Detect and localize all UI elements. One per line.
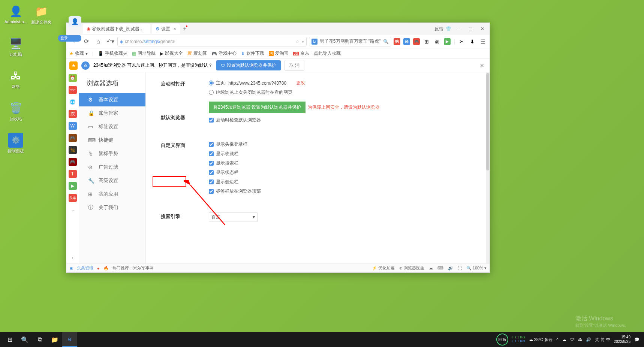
- browser-taskbar-button[interactable]: e: [62, 332, 77, 347]
- zoom-level[interactable]: 🔍 100% ▾: [466, 266, 487, 271]
- tray-shield-icon[interactable]: 🛡: [570, 337, 574, 342]
- bookmark-item[interactable]: 📱手机收藏夹: [98, 50, 127, 57]
- history-button[interactable]: ↶▾: [105, 37, 115, 46]
- bookmark-item[interactable]: 🎮游戏中心: [211, 50, 237, 57]
- explorer-button[interactable]: 📁: [47, 332, 62, 347]
- tab-close-icon[interactable]: ×: [173, 26, 176, 32]
- refresh-button[interactable]: ⟳: [81, 37, 91, 46]
- tray-onedrive-icon[interactable]: ☁: [562, 337, 566, 342]
- star-icon[interactable]: ☆: [295, 39, 300, 44]
- nav-account[interactable]: 🔒账号管家: [79, 106, 145, 120]
- star-icon[interactable]: ★: [69, 61, 78, 70]
- nav-ad-filter[interactable]: ⊘广告过滤: [79, 160, 145, 174]
- minimize-button[interactable]: —: [454, 24, 463, 34]
- rail-iqiyi-icon[interactable]: ▶: [69, 182, 77, 190]
- rail-collapse-icon[interactable]: ‹: [69, 254, 77, 262]
- nav-tabs[interactable]: ▭标签设置: [79, 120, 145, 133]
- bookmark-item[interactable]: 淘爱淘宝: [269, 50, 289, 57]
- menu-icon[interactable]: ☰: [479, 38, 487, 45]
- nav-about[interactable]: ⓘ关于我们: [79, 201, 145, 214]
- rail-word-icon[interactable]: W: [69, 122, 77, 130]
- nav-advanced[interactable]: 🔧高级设置: [79, 174, 145, 187]
- set-default-button[interactable]: 🛡设置为默认浏览器并保护: [216, 60, 281, 70]
- status-hot[interactable]: 热门推荐：米尔军事网: [112, 265, 154, 271]
- check-bookmarks-bar[interactable]: 显示收藏栏: [209, 151, 475, 157]
- set-default-browser-button[interactable]: 将2345加速浏览器 设置为默认浏览器并保护: [209, 102, 306, 113]
- rail-dragon-icon[interactable]: 龍: [69, 146, 77, 154]
- bookmark-item[interactable]: 聚聚划算: [187, 50, 207, 57]
- shop-icon[interactable]: 购: [394, 38, 400, 45]
- network-meter[interactable]: ↑ 2.1 K/s ↓ 1.1 K/s: [512, 336, 525, 343]
- cloud-icon[interactable]: ☁: [429, 266, 433, 271]
- optimize-button[interactable]: ⚡ 优化加速: [372, 265, 395, 271]
- feedback-link[interactable]: 反馈: [434, 26, 443, 32]
- search-button[interactable]: 🔍: [17, 332, 32, 347]
- rail-clock-icon[interactable]: ⏰: [69, 74, 77, 82]
- translate-icon[interactable]: 译: [403, 38, 410, 45]
- keyboard-icon[interactable]: ⌨: [437, 266, 443, 271]
- download-icon[interactable]: ⬇: [469, 38, 476, 45]
- bookmark-item[interactable]: ▦网址导航: [132, 50, 156, 57]
- search-engine-select[interactable]: 百度 ▾: [209, 212, 258, 221]
- tray-sound-icon[interactable]: 🔊: [586, 337, 591, 342]
- check-sidebar[interactable]: 显示侧边栏: [209, 179, 475, 185]
- search-input[interactable]: B 男子花5万网购百万豪车 "路虎" 🔍: [309, 37, 391, 46]
- login-button[interactable]: 登录: [58, 35, 81, 42]
- search-icon[interactable]: 🔍: [383, 39, 389, 44]
- nav-shortcuts[interactable]: ⌨快捷键: [79, 133, 145, 147]
- maximize-button[interactable]: ☐: [466, 24, 475, 34]
- startup-homepage-radio[interactable]: 主页: http://www.2345.com/?40780 更改: [209, 80, 475, 86]
- new-tab-button[interactable]: +: [183, 25, 186, 32]
- rail-pdf-icon[interactable]: PDF: [69, 86, 77, 94]
- nav-mouse-gestures[interactable]: 🖱鼠标手势: [79, 147, 145, 160]
- doctor-button[interactable]: ⊕ 浏览器医生: [399, 265, 424, 271]
- tab-chrome-download[interactable]: ◉ 谷歌浏览器下载_浏览器官网入: [83, 24, 150, 34]
- tray-chevron-icon[interactable]: ^: [556, 337, 558, 342]
- check-search-bar[interactable]: 显示搜索栏: [209, 160, 475, 166]
- rail-chrome-icon[interactable]: 🌐: [69, 98, 77, 106]
- weather-widget[interactable]: ☁ 28°C 多云: [529, 337, 553, 343]
- ime-indicator[interactable]: 英 简 中: [595, 337, 610, 343]
- close-button[interactable]: ✕: [478, 24, 487, 34]
- rail-chevron-down-icon[interactable]: ⌄: [69, 206, 77, 214]
- game-icon[interactable]: 🎮: [413, 38, 420, 45]
- cancel-button[interactable]: 取 消: [285, 60, 304, 71]
- chevron-down-icon[interactable]: ▾: [302, 39, 304, 44]
- bookmark-item[interactable]: JD京东: [293, 50, 309, 57]
- desktop-icon-recycle[interactable]: 🗑️回收站: [4, 100, 27, 122]
- status-news[interactable]: 头条资讯: [77, 265, 93, 271]
- check-default-on-startup[interactable]: 启动时检查默认浏览器: [209, 117, 475, 123]
- bookmark-item[interactable]: ▶影视大全: [160, 50, 183, 57]
- nav-basic-settings[interactable]: ⚙基本设置: [79, 93, 145, 106]
- desktop-icon-admin[interactable]: 👤Administra...: [4, 4, 27, 24]
- tab-settings[interactable]: ⚙ 设置 ×: [152, 24, 180, 34]
- news-icon[interactable]: ▣: [69, 266, 73, 271]
- battery-indicator[interactable]: 92%: [496, 334, 508, 346]
- clock[interactable]: 15:49 2022/8/25: [614, 335, 631, 344]
- bookmark-import[interactable]: 点此导入收藏: [314, 50, 341, 57]
- check-avatar-login[interactable]: 显示头像登录框: [209, 141, 475, 148]
- skin-icon[interactable]: 👕: [446, 26, 451, 31]
- rail-t-icon[interactable]: T: [69, 170, 77, 178]
- green-icon[interactable]: ▶: [444, 38, 451, 45]
- fullscreen-icon[interactable]: ⛶: [458, 266, 462, 271]
- avatar-icon[interactable]: 👤: [69, 16, 81, 27]
- change-link[interactable]: 更改: [296, 80, 305, 86]
- circle-icon[interactable]: ◎: [433, 38, 441, 45]
- desktop-icon-thispc[interactable]: 🖥️此电脑: [4, 36, 27, 57]
- grid-icon[interactable]: ⊞: [423, 38, 430, 45]
- nav-my-apps[interactable]: ⊞我的应用: [79, 187, 145, 201]
- home-button[interactable]: ⌂: [93, 37, 103, 46]
- startup-continue-radio[interactable]: 继续浏览上次关闭浏览器时在看的网页: [209, 89, 475, 96]
- rail-toutiao-icon[interactable]: 头条: [69, 194, 77, 202]
- tray-network-icon[interactable]: 🖧: [578, 337, 582, 342]
- taskview-button[interactable]: ⧉: [32, 332, 47, 347]
- rail-game2-icon[interactable]: 🎮: [69, 158, 77, 166]
- bookmark-item[interactable]: ⬇软件下载: [241, 50, 264, 57]
- desktop-icon-network[interactable]: 🖧网络: [4, 68, 27, 90]
- desktop-icon-controlpanel[interactable]: ⚙️控制面板: [4, 133, 27, 154]
- close-icon[interactable]: ✕: [478, 63, 487, 69]
- favorites-menu[interactable]: ★收藏▾: [69, 50, 88, 57]
- desktop-icon-newfolder[interactable]: 📁新建文件夹: [30, 4, 52, 25]
- sound-icon[interactable]: 🔊: [448, 266, 453, 271]
